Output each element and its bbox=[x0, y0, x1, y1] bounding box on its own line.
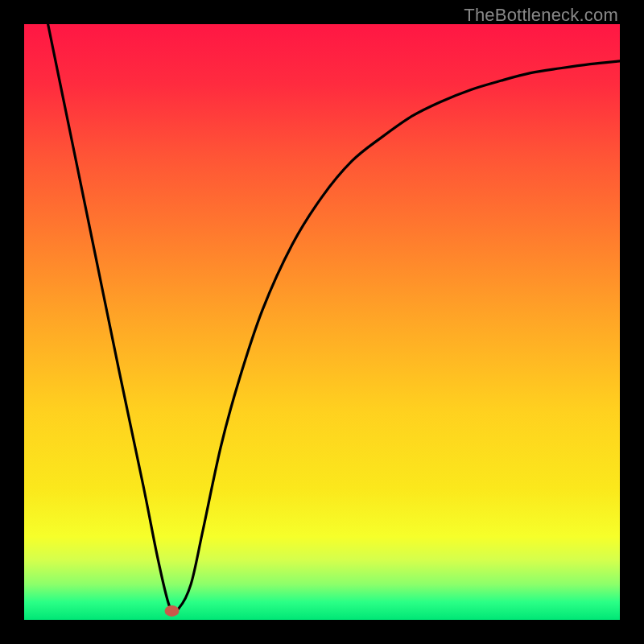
watermark-text: TheBottleneck.com bbox=[464, 5, 618, 26]
chart-frame bbox=[24, 24, 620, 620]
optimal-point-marker bbox=[165, 605, 180, 617]
gradient-background bbox=[24, 24, 620, 620]
bottleneck-chart bbox=[24, 24, 620, 620]
